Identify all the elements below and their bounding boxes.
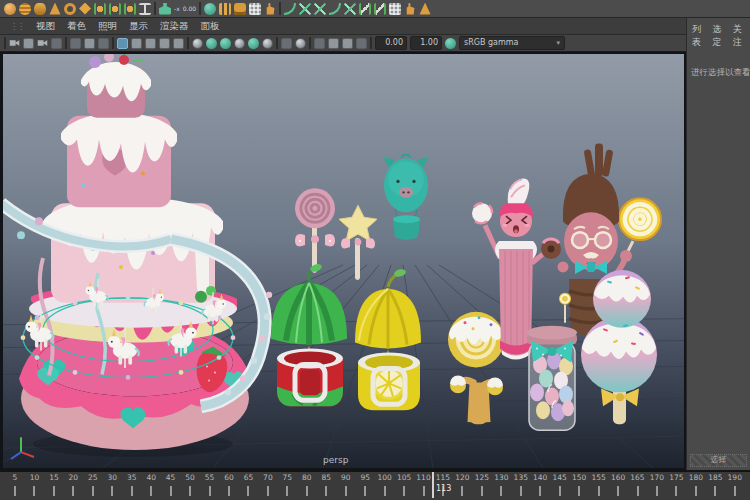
snapshot-icon[interactable] bbox=[356, 38, 367, 49]
grease-pencil-icon[interactable] bbox=[98, 38, 109, 49]
orange-hand-icon[interactable] bbox=[404, 3, 416, 15]
lemon-basket-model[interactable] bbox=[358, 353, 420, 411]
timeline-tick[interactable]: 70 bbox=[259, 473, 277, 500]
zero-x-label[interactable]: -x bbox=[174, 3, 180, 15]
timeline-tick[interactable]: 75 bbox=[278, 473, 296, 500]
surface-grid-icon[interactable] bbox=[389, 3, 401, 15]
exposure-field[interactable]: 0.00 bbox=[375, 36, 407, 50]
timeline-tick[interactable]: 185 bbox=[706, 473, 724, 500]
tab-focus[interactable]: 关注 bbox=[733, 23, 746, 49]
timeline-tick[interactable]: 180 bbox=[687, 473, 705, 500]
poly-cylinder-icon[interactable] bbox=[34, 3, 46, 15]
timeline-tick[interactable]: 85 bbox=[317, 473, 335, 500]
timeline-tick[interactable]: 140 bbox=[531, 473, 549, 500]
camera-name-label[interactable]: persp bbox=[323, 455, 348, 465]
isolate-select-icon[interactable] bbox=[314, 38, 325, 49]
wireframe-icon[interactable] bbox=[192, 38, 203, 49]
gamma-field[interactable]: 1.00 bbox=[410, 36, 442, 50]
bracket-x2-icon[interactable] bbox=[374, 3, 386, 15]
paste-icon[interactable] bbox=[342, 38, 353, 49]
image-plane-icon[interactable] bbox=[70, 38, 81, 49]
watermelon-basket-model[interactable] bbox=[277, 349, 343, 407]
color-management-icon[interactable] bbox=[445, 38, 456, 49]
bars-icon[interactable] bbox=[219, 3, 231, 15]
character-icon[interactable] bbox=[159, 3, 171, 15]
shaded-ball-icon[interactable] bbox=[204, 3, 216, 15]
layout-single-icon[interactable] bbox=[117, 38, 128, 49]
poly-sphere-banded-icon[interactable] bbox=[19, 3, 31, 15]
channel-box-drop-button[interactable]: 选择 bbox=[690, 454, 747, 467]
timeline-tick[interactable]: 5 bbox=[6, 473, 24, 500]
poly-platonic-icon[interactable] bbox=[79, 3, 91, 15]
menu-shading[interactable]: 着色 bbox=[67, 20, 86, 33]
menu-renderer[interactable]: 渲染器 bbox=[160, 20, 189, 33]
timeline-tick[interactable]: 80 bbox=[298, 473, 316, 500]
timeline-tick[interactable]: 60 bbox=[220, 473, 238, 500]
bracket-x-icon[interactable] bbox=[359, 3, 371, 15]
orange-pointer-icon[interactable] bbox=[419, 3, 431, 15]
bracket-sphere-icon[interactable] bbox=[94, 3, 106, 15]
timeline-tick[interactable]: 40 bbox=[142, 473, 160, 500]
timeline-tick[interactable]: 30 bbox=[103, 473, 121, 500]
toolbar-grip[interactable] bbox=[4, 37, 6, 49]
timeline-tick[interactable]: 35 bbox=[123, 473, 141, 500]
layout-outliner-icon[interactable] bbox=[159, 38, 170, 49]
xray-icon[interactable] bbox=[281, 38, 292, 49]
timeline-tick[interactable]: 50 bbox=[181, 473, 199, 500]
viewport-canvas[interactable]: persp bbox=[3, 54, 684, 468]
timeline-tick[interactable]: 160 bbox=[609, 473, 627, 500]
layout-four-icon[interactable] bbox=[131, 38, 142, 49]
camera-attributes-icon[interactable] bbox=[37, 38, 48, 49]
grid-snap-icon[interactable] bbox=[249, 3, 261, 15]
poly-cone-icon[interactable] bbox=[49, 3, 61, 15]
current-frame-marker[interactable] bbox=[432, 472, 434, 498]
timeline-tick[interactable]: 130 bbox=[492, 473, 510, 500]
timeline-tick[interactable]: 25 bbox=[84, 473, 102, 500]
timeline-tick[interactable]: 110 bbox=[415, 473, 433, 500]
two-d-pan-icon[interactable] bbox=[84, 38, 95, 49]
timeline-tick[interactable]: 10 bbox=[25, 473, 43, 500]
timeline-tick[interactable]: 100 bbox=[376, 473, 394, 500]
timeline-tick[interactable]: 170 bbox=[648, 473, 666, 500]
panel-grip-icon[interactable]: ⋮⋮ bbox=[10, 22, 24, 31]
time-slider[interactable]: 5101520253035404550556065707580859095100… bbox=[0, 470, 750, 500]
timeline-tick[interactable]: 165 bbox=[629, 473, 647, 500]
select-camera-icon[interactable] bbox=[9, 38, 20, 49]
hand-tool-icon[interactable] bbox=[264, 3, 276, 15]
timeline-tick[interactable]: 55 bbox=[201, 473, 219, 500]
timeline-tick[interactable]: 125 bbox=[473, 473, 491, 500]
text-tool-icon[interactable] bbox=[139, 3, 151, 15]
curve-x-icon[interactable] bbox=[314, 3, 326, 15]
textured-icon[interactable] bbox=[220, 38, 231, 49]
shadows-icon[interactable] bbox=[248, 38, 259, 49]
layout-split-icon[interactable] bbox=[145, 38, 156, 49]
viewport-3d[interactable]: persp bbox=[0, 52, 686, 470]
zero-transform-label[interactable]: 0.00 bbox=[183, 3, 196, 15]
timeline-tick[interactable]: 120 bbox=[453, 473, 471, 500]
timeline-tick[interactable]: 105 bbox=[395, 473, 413, 500]
curve-x2-icon[interactable] bbox=[344, 3, 356, 15]
poly-torus-icon[interactable] bbox=[64, 3, 76, 15]
timeline-tick[interactable]: 45 bbox=[162, 473, 180, 500]
layout-hypershade-icon[interactable] bbox=[173, 38, 184, 49]
timeline-tick[interactable]: 65 bbox=[239, 473, 257, 500]
smooth-shade-icon[interactable] bbox=[206, 38, 217, 49]
palette-icon[interactable] bbox=[234, 3, 246, 15]
menu-lighting[interactable]: 照明 bbox=[98, 20, 117, 33]
timeline-tick[interactable]: 145 bbox=[551, 473, 569, 500]
bracket-object-icon[interactable] bbox=[109, 3, 121, 15]
menu-view[interactable]: 视图 bbox=[36, 20, 55, 33]
timeline-tick[interactable]: 20 bbox=[64, 473, 82, 500]
tab-list[interactable]: 列表 bbox=[692, 23, 705, 49]
timeline-tick[interactable]: 175 bbox=[667, 473, 685, 500]
copy-icon[interactable] bbox=[328, 38, 339, 49]
ep-curve-icon[interactable] bbox=[284, 3, 296, 15]
timeline-tick[interactable]: 90 bbox=[337, 473, 355, 500]
candy-jar-model[interactable] bbox=[527, 326, 577, 430]
occlusion-icon[interactable] bbox=[262, 38, 273, 49]
bracket-torus-icon[interactable] bbox=[124, 3, 136, 15]
timeline-tick[interactable]: 15 bbox=[45, 473, 63, 500]
xray-joints-icon[interactable] bbox=[295, 38, 306, 49]
menu-panels[interactable]: 面板 bbox=[201, 20, 220, 33]
curve-arc-icon[interactable] bbox=[329, 3, 341, 15]
